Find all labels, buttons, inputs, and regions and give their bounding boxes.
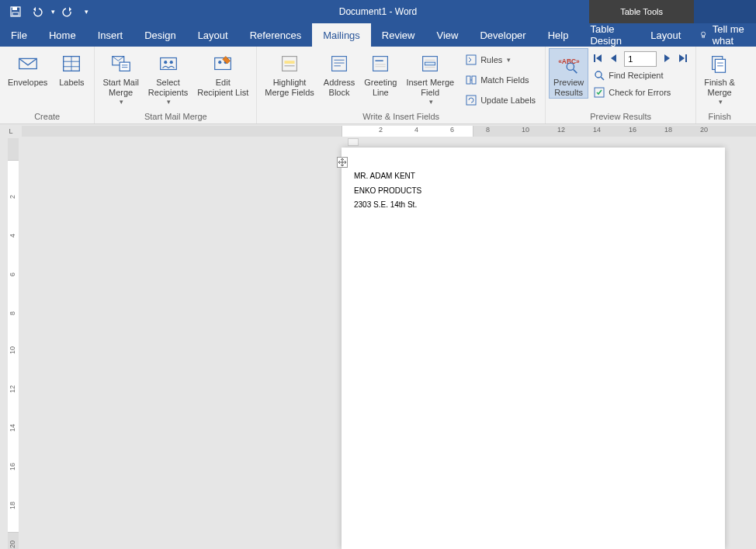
- svg-rect-36: [466, 76, 470, 84]
- tab-file[interactable]: File: [0, 23, 38, 47]
- envelopes-button[interactable]: Envelopes: [3, 48, 52, 88]
- svg-text:«ABC»: «ABC»: [558, 57, 580, 65]
- rules-label: Rules: [480, 55, 502, 64]
- greeting-icon: [368, 51, 393, 76]
- preview-results-button[interactable]: «ABC» Preview Results: [549, 48, 588, 99]
- tab-view[interactable]: View: [425, 23, 469, 47]
- document-content: MR. ADAM KENT ENKO PRODUCTS 2303 S.E. 14…: [354, 169, 421, 213]
- match-icon: [465, 74, 477, 86]
- check-icon: [593, 86, 605, 99]
- insert-merge-field-button[interactable]: Insert Merge Field▾: [401, 48, 459, 106]
- svg-point-45: [595, 71, 602, 78]
- edit-list-icon: [210, 51, 235, 76]
- horizontal-ruler[interactable]: 2 4 6 8 10 12 14 16 18 20: [22, 124, 756, 138]
- highlight-merge-fields-button[interactable]: Highlight Merge Fields: [260, 48, 319, 98]
- edit-recipient-list-label: Edit Recipient List: [197, 78, 248, 98]
- address-line-1: MR. ADAM KENT: [354, 169, 421, 184]
- select-recipients-button[interactable]: Select Recipients▾: [144, 48, 192, 106]
- svg-rect-2: [12, 12, 19, 16]
- svg-rect-39: [466, 96, 476, 105]
- account-area[interactable]: [694, 0, 756, 23]
- tab-help[interactable]: Help: [537, 23, 580, 47]
- tab-table-design[interactable]: Table Design: [579, 23, 640, 47]
- title-bar: ▾ ▾ Document1 - Word Table Tools: [0, 0, 756, 23]
- svg-rect-33: [425, 62, 435, 65]
- svg-point-15: [164, 61, 167, 64]
- group-write-insert-fields: Highlight Merge Fields Address Block Gre…: [257, 47, 546, 123]
- undo-button[interactable]: [28, 2, 47, 21]
- group-fields-label: Write & Insert Fields: [260, 110, 542, 123]
- record-number-input[interactable]: [624, 51, 657, 67]
- last-record-button[interactable]: [677, 53, 688, 65]
- svg-point-3: [702, 32, 706, 36]
- tab-layout[interactable]: Layout: [187, 23, 239, 47]
- greeting-line-button[interactable]: Greeting Line: [359, 48, 401, 98]
- labels-icon: [59, 51, 84, 76]
- tab-mailings[interactable]: Mailings: [312, 23, 371, 47]
- check-label: Check for Errors: [609, 88, 671, 97]
- save-button[interactable]: [6, 2, 25, 21]
- tab-review[interactable]: Review: [371, 23, 426, 47]
- match-fields-button[interactable]: Match Fields: [462, 71, 539, 89]
- finish-icon: [707, 51, 732, 76]
- tab-home[interactable]: Home: [38, 23, 87, 47]
- address-block-icon: [327, 51, 352, 76]
- tell-me-search[interactable]: Tell me what: [692, 23, 756, 47]
- insert-field-label: Insert Merge Field: [406, 78, 454, 98]
- svg-point-16: [169, 61, 172, 64]
- title-bar-right: Table Tools: [589, 0, 756, 23]
- highlight-icon: [277, 51, 302, 76]
- prev-icon: [609, 53, 619, 64]
- next-record-button[interactable]: [661, 53, 672, 65]
- redo-button[interactable]: [58, 2, 77, 21]
- tell-me-label: Tell me what: [713, 23, 748, 47]
- recipients-icon: [156, 51, 181, 76]
- first-record-button[interactable]: [593, 53, 604, 65]
- tab-selector[interactable]: L: [0, 124, 22, 138]
- finish-merge-button[interactable]: Finish & Merge▾: [699, 48, 740, 106]
- greeting-label: Greeting Line: [364, 78, 397, 98]
- ribbon: Envelopes Labels Create Start Mail Merge…: [0, 47, 756, 124]
- start-mail-merge-label: Start Mail Merge: [102, 78, 138, 98]
- address-line-2: ENKO PRODUCTS: [354, 184, 421, 199]
- table-move-handle[interactable]: [337, 157, 348, 168]
- last-icon: [677, 53, 688, 64]
- tab-references[interactable]: References: [239, 23, 312, 47]
- update-labels-button[interactable]: Update Labels: [462, 92, 539, 109]
- table-tools-label: Table Tools: [589, 0, 694, 23]
- rules-button[interactable]: Rules▾: [462, 51, 539, 68]
- update-label: Update Labels: [480, 96, 536, 105]
- find-recipient-button[interactable]: Find Recipient: [588, 67, 692, 84]
- address-block-label: Address Block: [324, 78, 355, 98]
- prev-record-button[interactable]: [609, 53, 619, 65]
- vertical-ruler[interactable]: L 2 4 6 8 10 12 14 16 18 20: [0, 138, 22, 549]
- tab-insert[interactable]: Insert: [87, 23, 134, 47]
- group-preview-results: «ABC» Preview Results Find Recipient: [546, 47, 696, 123]
- svg-rect-23: [332, 57, 347, 71]
- svg-rect-27: [373, 57, 388, 71]
- select-recipients-label: Select Recipients: [148, 78, 188, 98]
- ruler-indent-marker[interactable]: [348, 138, 359, 146]
- start-mail-merge-button[interactable]: Start Mail Merge▾: [98, 48, 143, 106]
- labels-button[interactable]: Labels: [52, 48, 91, 88]
- lightbulb-icon: [699, 29, 707, 41]
- insert-field-icon: [418, 51, 442, 76]
- svg-rect-4: [702, 36, 705, 37]
- tab-table-layout[interactable]: Layout: [640, 23, 692, 47]
- labels-label: Labels: [59, 78, 84, 88]
- group-create: Envelopes Labels Create: [0, 47, 95, 123]
- tab-developer[interactable]: Developer: [469, 23, 536, 47]
- find-label: Find Recipient: [609, 71, 663, 80]
- address-block-button[interactable]: Address Block: [319, 48, 359, 98]
- tab-design[interactable]: Design: [134, 23, 186, 47]
- preview-icon: «ABC»: [557, 51, 581, 76]
- update-icon: [465, 94, 477, 106]
- group-start-mail-merge: Start Mail Merge▾ Select Recipients▾ Edi…: [95, 47, 257, 123]
- envelope-icon: [16, 51, 40, 76]
- document-workspace: L 2 4 6 8 10 12 14 16 18 20 2 4 6 8 10 1…: [0, 124, 756, 549]
- edit-recipient-list-button[interactable]: Edit Recipient List: [192, 48, 253, 98]
- svg-rect-1: [12, 7, 17, 10]
- mail-merge-icon: [109, 51, 134, 76]
- check-errors-button[interactable]: Check for Errors: [588, 84, 692, 101]
- document-page[interactable]: MR. ADAM KENT ENKO PRODUCTS 2303 S.E. 14…: [342, 148, 725, 549]
